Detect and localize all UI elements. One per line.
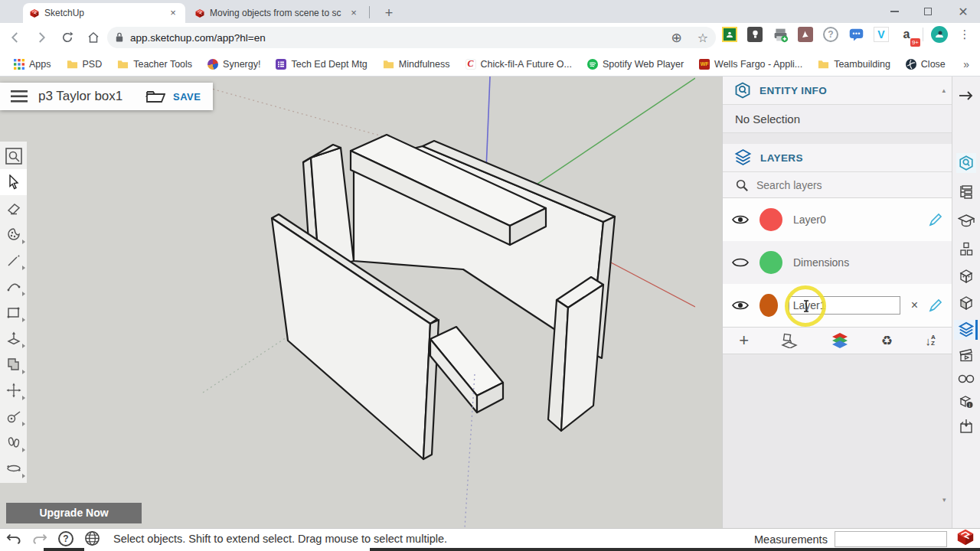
collapse-panel-arrow-icon[interactable] xyxy=(956,86,976,106)
layer-color-swatch[interactable] xyxy=(760,294,778,317)
layers-header[interactable]: LAYERS xyxy=(723,144,952,172)
open-folder-icon[interactable] xyxy=(145,89,165,104)
rail-outliner-icon[interactable] xyxy=(956,182,976,202)
tape-measure-tool-button[interactable] xyxy=(0,403,27,429)
tab-moving-objects[interactable]: Moving objects from scene to sc × xyxy=(188,3,366,23)
browser-menu-icon[interactable]: ⋮ xyxy=(956,25,974,44)
address-bar[interactable]: app.sketchup.com/app?hl=en ⊕ ☆ xyxy=(107,27,716,48)
bookmark-close[interactable]: Close xyxy=(900,57,952,72)
document-title[interactable]: p3 Taylor box1 xyxy=(38,89,145,104)
rail-layers-icon[interactable] xyxy=(954,320,978,340)
bookmark-chickfila[interactable]: C Chick-fil-A Future O... xyxy=(459,57,578,72)
forward-icon[interactable] xyxy=(31,27,52,48)
layer-row-layer0[interactable]: Layer0 xyxy=(723,198,952,241)
layers-search-row[interactable] xyxy=(723,172,952,198)
layers-search-input[interactable] xyxy=(756,179,910,191)
model-viewport[interactable] xyxy=(0,77,722,528)
layer-color-swatch[interactable] xyxy=(760,208,782,231)
rail-entity-info-icon[interactable] xyxy=(956,153,976,173)
shape-tool-button[interactable] xyxy=(0,299,27,325)
rail-styles-cube-icon[interactable] xyxy=(956,293,976,313)
push-pull-tool-button[interactable] xyxy=(0,325,27,351)
layer-name[interactable]: Dimensions xyxy=(793,256,942,269)
add-layer-button[interactable]: + xyxy=(739,331,749,350)
sort-layers-icon[interactable]: ↓AZ xyxy=(926,334,936,347)
eraser-tool-button[interactable] xyxy=(0,195,27,221)
globe-language-icon[interactable] xyxy=(81,528,103,549)
back-icon[interactable] xyxy=(5,27,26,48)
color-by-layer-icon[interactable] xyxy=(831,332,849,349)
search-tool-button[interactable] xyxy=(0,143,27,169)
classroom-extension-icon[interactable] xyxy=(720,25,739,44)
chat-bubble-extension-icon[interactable] xyxy=(847,25,865,44)
bookmark-teambuilding[interactable]: Teambuilding xyxy=(812,57,897,72)
entity-info-header[interactable]: ENTITY INFO ▴ xyxy=(723,77,952,105)
edit-pencil-icon[interactable] xyxy=(929,213,942,227)
move-tool-button[interactable] xyxy=(0,377,27,403)
visibility-eye-icon[interactable] xyxy=(732,214,749,225)
layer-row-dimensions[interactable]: Dimensions xyxy=(723,241,952,284)
undo-icon[interactable] xyxy=(3,528,24,549)
new-tab-button[interactable]: + xyxy=(380,5,398,23)
rail-components-icon[interactable] xyxy=(956,240,976,259)
tab-sketchup[interactable]: SketchUp × xyxy=(23,3,185,23)
orbit-tool-button[interactable] xyxy=(0,455,27,481)
redo-icon[interactable] xyxy=(29,528,51,549)
reload-icon[interactable] xyxy=(57,27,78,48)
zoom-page-icon[interactable]: ⊕ xyxy=(671,30,681,46)
bookmark-synergy[interactable]: Synergy! xyxy=(201,57,266,72)
bookmark-mindfulness[interactable]: Mindfulness xyxy=(377,57,456,72)
rail-display-glasses-icon[interactable] xyxy=(956,369,976,389)
printer-extension-icon[interactable] xyxy=(771,25,789,44)
layer-color-swatch[interactable] xyxy=(760,251,782,274)
help-extension-icon[interactable]: ? xyxy=(822,25,840,44)
bookmark-label: Teacher Tools xyxy=(133,59,192,70)
home-icon[interactable] xyxy=(83,27,104,48)
window-minimize-button[interactable] xyxy=(879,0,910,23)
move-to-layer-icon[interactable] xyxy=(781,333,798,348)
visibility-eye-icon[interactable] xyxy=(732,300,749,311)
help-circle-icon[interactable]: ? xyxy=(55,528,77,549)
acrobat-extension-icon[interactable] xyxy=(796,25,815,44)
bookmark-spotify[interactable]: Spotify Web Player xyxy=(581,57,690,72)
visibility-eye-off-icon[interactable] xyxy=(732,257,749,268)
layer-name[interactable]: Layer0 xyxy=(793,214,918,226)
rail-import-box-icon[interactable] xyxy=(956,416,976,436)
rail-scenes-icon[interactable] xyxy=(956,345,976,365)
bookmark-wells-fargo[interactable]: WF Wells Fargo - Appli... xyxy=(693,57,808,72)
scroll-up-icon[interactable]: ▴ xyxy=(942,86,946,94)
save-button[interactable]: SAVE xyxy=(173,91,201,103)
hamburger-menu-icon[interactable] xyxy=(11,90,28,103)
keep-extension-icon[interactable] xyxy=(746,25,764,44)
vimeo-extension-icon[interactable]: V xyxy=(872,25,890,44)
rail-materials-dice-icon[interactable] xyxy=(956,266,976,286)
amazon-assistant-extension-icon[interactable]: a9+ xyxy=(897,25,916,44)
tab-close-icon[interactable]: × xyxy=(167,7,179,19)
bookmark-tech-ed[interactable]: Tech Ed Dept Mtg xyxy=(270,57,373,72)
layer-row-layer1[interactable]: × xyxy=(723,284,952,327)
upgrade-now-button[interactable]: Upgrade Now xyxy=(6,503,142,523)
bookmark-apps[interactable]: Apps xyxy=(8,57,57,72)
window-close-button[interactable]: ✕ xyxy=(948,0,978,23)
purge-recycle-icon[interactable]: ♻ xyxy=(881,333,893,349)
paint-tool-button[interactable] xyxy=(0,221,27,247)
select-tool-button[interactable] xyxy=(0,169,27,195)
bookmarks-overflow-chevron[interactable]: » xyxy=(963,58,969,70)
layers-footer-toolbar: + ♻ ↓AZ xyxy=(723,327,952,354)
bookmark-star-icon[interactable]: ☆ xyxy=(697,31,708,45)
rail-model-info-icon[interactable]: i xyxy=(956,392,976,412)
offset-tool-button[interactable] xyxy=(0,351,27,377)
line-tool-button[interactable] xyxy=(0,247,27,273)
walk-tool-button[interactable] xyxy=(0,429,27,455)
bookmark-psd[interactable]: PSD xyxy=(60,57,109,72)
rail-instructor-icon[interactable] xyxy=(956,211,976,231)
scroll-down-icon[interactable]: ▾ xyxy=(942,496,946,504)
edit-pencil-icon[interactable] xyxy=(929,298,942,312)
cancel-edit-icon[interactable]: × xyxy=(911,298,918,312)
tab-close-icon[interactable]: × xyxy=(348,7,360,19)
bookmark-teacher-tools[interactable]: Teacher Tools xyxy=(111,57,198,72)
window-maximize-button[interactable] xyxy=(913,0,943,23)
measurements-input[interactable] xyxy=(835,531,947,547)
profile-avatar[interactable] xyxy=(930,25,949,44)
arc-tool-button[interactable] xyxy=(0,273,27,299)
